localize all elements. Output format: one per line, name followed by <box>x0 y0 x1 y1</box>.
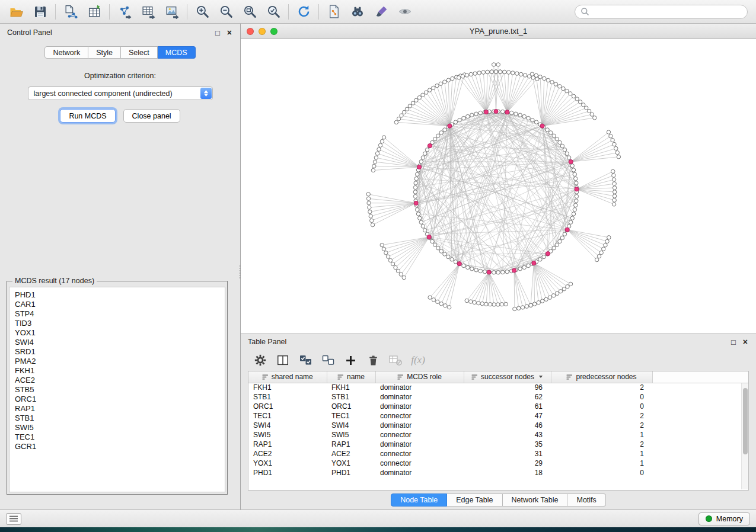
import-table-button[interactable] <box>82 2 106 22</box>
zoom-fit-icon <box>243 4 257 19</box>
delete-column-button[interactable] <box>362 351 384 369</box>
close-panel-button[interactable]: Close panel <box>123 109 180 123</box>
table-row[interactable]: ORC1ORC1dominator610 <box>248 402 748 411</box>
window-close-button[interactable] <box>247 28 254 35</box>
find-button[interactable] <box>346 2 369 22</box>
save-session-button[interactable] <box>28 2 52 22</box>
table-row[interactable]: YOX1YOX1connector291 <box>248 459 748 468</box>
zoom-in-button[interactable] <box>190 2 214 22</box>
refresh-button[interactable] <box>292 2 315 22</box>
deselect-all-button[interactable] <box>317 351 339 369</box>
close-panel-icon[interactable]: × <box>743 338 748 346</box>
mcds-result-item[interactable]: TEC1 <box>15 432 219 442</box>
export-table-button[interactable] <box>136 2 160 22</box>
tab-select[interactable]: Select <box>121 46 158 59</box>
window-minimize-button[interactable] <box>259 28 266 35</box>
import-network-button[interactable] <box>59 2 82 22</box>
mcds-result-item[interactable]: STB5 <box>15 385 219 395</box>
cell-successor-nodes: 96 <box>464 383 551 392</box>
optimization-criterion-select[interactable]: largest connected component (undirected) <box>28 86 213 100</box>
tab-network[interactable]: Network <box>44 46 88 59</box>
control-panel: Control Panel □ × Network Style Select M… <box>0 24 241 509</box>
column-header-shared-name[interactable]: shared name <box>248 371 327 383</box>
cell-successor-nodes: 31 <box>464 449 551 459</box>
mcds-result-item[interactable]: SWI5 <box>15 423 219 432</box>
zoom-fit-button[interactable] <box>238 2 261 22</box>
table-row[interactable]: SWI5SWI5connector431 <box>248 430 748 440</box>
table-row[interactable]: FKH1FKH1dominator962 <box>248 383 748 392</box>
mcds-result-item[interactable]: RAP1 <box>15 404 219 414</box>
table-row[interactable]: SWI4SWI4dominator462 <box>248 421 748 430</box>
open-session-button[interactable] <box>5 2 28 22</box>
float-panel-icon[interactable]: □ <box>731 338 736 346</box>
export-image-button[interactable] <box>160 2 184 22</box>
export-network-button[interactable] <box>113 2 136 22</box>
apply-function-button[interactable]: f(x) <box>407 351 429 369</box>
zoom-selected-button[interactable] <box>261 2 285 22</box>
apply-style-button[interactable] <box>369 2 393 22</box>
window-zoom-button[interactable] <box>270 28 277 35</box>
mcds-result-item[interactable]: YOX1 <box>15 328 219 338</box>
cell-name: SWI5 <box>327 430 375 440</box>
toolbar-separator <box>288 4 289 20</box>
network-from-selection-button[interactable] <box>322 2 346 22</box>
table-options-button[interactable] <box>249 351 272 369</box>
eye-icon <box>397 4 413 19</box>
mcds-result-item[interactable]: FKH1 <box>15 366 219 376</box>
mcds-result-item[interactable]: PMA2 <box>15 357 219 366</box>
column-header-MCDS-role[interactable]: MCDS role <box>375 371 464 383</box>
column-header-predecessor-nodes[interactable]: predecessor nodes <box>551 371 652 383</box>
column-header-name[interactable]: name <box>327 371 375 383</box>
cell-mcds-role: connector <box>375 449 464 459</box>
mcds-result-item[interactable]: GCR1 <box>15 442 219 451</box>
mcds-result-item[interactable]: STP4 <box>15 309 219 319</box>
mcds-result-item[interactable]: ORC1 <box>15 395 219 404</box>
delete-table-button[interactable] <box>384 351 407 369</box>
cell-shared-name: TEC1 <box>248 411 327 421</box>
tab-motifs[interactable]: Motifs <box>567 493 605 507</box>
network-canvas[interactable] <box>241 39 756 334</box>
table-scrollbar[interactable] <box>741 383 748 489</box>
tab-edge-table[interactable]: Edge Table <box>447 493 502 507</box>
table-panel-title: Table Panel <box>248 338 286 346</box>
tab-network-table[interactable]: Network Table <box>503 493 568 507</box>
column-header-successor-nodes[interactable]: successor nodes <box>464 371 551 383</box>
task-history-button[interactable] <box>6 513 21 525</box>
mcds-result-list[interactable]: PHD1CAR1STP4TID3YOX1SWI4SRD1PMA2FKH1ACE2… <box>9 287 225 492</box>
cell-mcds-role: connector <box>375 411 464 421</box>
table-row[interactable]: TEC1TEC1connector472 <box>248 411 748 421</box>
cell-shared-name: SWI5 <box>248 430 327 440</box>
zoom-out-button[interactable] <box>214 2 238 22</box>
float-panel-icon[interactable]: □ <box>215 29 220 37</box>
tab-node-table[interactable]: Node Table <box>391 493 447 507</box>
toggle-graphics-details-button[interactable] <box>393 2 417 22</box>
mcds-result-item[interactable]: ACE2 <box>15 376 219 385</box>
run-mcds-button[interactable]: Run MCDS <box>60 109 115 123</box>
tab-style[interactable]: Style <box>88 46 121 59</box>
close-panel-icon[interactable]: × <box>227 28 232 37</box>
cell-shared-name: ACE2 <box>248 449 327 459</box>
mcds-result-item[interactable]: STB1 <box>15 414 219 423</box>
toolbar-search-box[interactable] <box>575 5 748 19</box>
create-column-button[interactable] <box>339 351 362 369</box>
mcds-result-item[interactable]: SRD1 <box>15 347 219 357</box>
mcds-result-item[interactable]: CAR1 <box>15 300 219 309</box>
table-row[interactable]: RAP1RAP1dominator352 <box>248 440 748 449</box>
show-columns-button[interactable] <box>272 351 294 369</box>
table-row[interactable]: STB1STB1dominator620 <box>248 392 748 402</box>
right-column: YPA_prune.txt_1 Table Panel □ × <box>241 24 756 509</box>
cell-shared-name: FKH1 <box>248 383 327 392</box>
table-row[interactable]: ACE2ACE2connector311 <box>248 449 748 459</box>
cell-name: TEC1 <box>327 411 375 421</box>
mcds-result-item[interactable]: SWI4 <box>15 338 219 347</box>
select-stepper-icon <box>200 88 212 99</box>
memory-button[interactable]: Memory <box>698 512 750 525</box>
scrollbar-thumb[interactable] <box>743 388 748 454</box>
node-table: shared namenameMCDS rolesuccessor nodesp… <box>248 371 749 491</box>
select-all-button[interactable] <box>294 351 317 369</box>
table-row[interactable]: PHD1PHD1dominator180 <box>248 468 748 477</box>
mcds-result-item[interactable]: PHD1 <box>15 290 219 300</box>
mcds-result-item[interactable]: TID3 <box>15 319 219 328</box>
tab-mcds[interactable]: MCDS <box>158 46 196 59</box>
search-input[interactable] <box>593 8 742 16</box>
